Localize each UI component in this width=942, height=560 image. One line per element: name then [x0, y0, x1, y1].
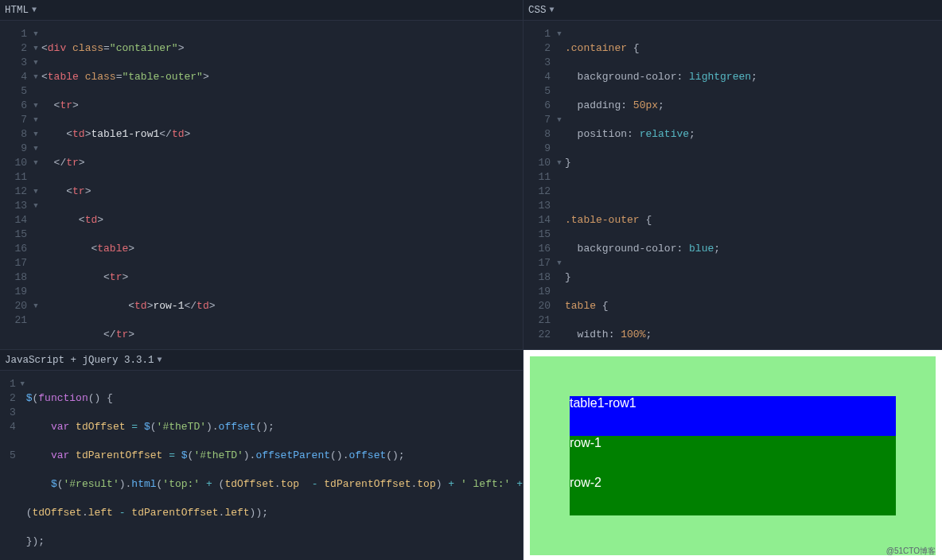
css-editor-panel: CSS ▼ 1234567891011121314151617181920212…: [524, 0, 942, 350]
css-fold-gutter: ▼▼▼▼: [554, 21, 565, 349]
preview-inner-row2: row-2: [570, 476, 896, 515]
html-editor-panel: HTML ▼ 123456789101112131415161718192021…: [0, 0, 524, 350]
html-editor[interactable]: 123456789101112131415161718192021 ▼▼▼▼▼▼…: [0, 21, 523, 349]
js-editor-panel: JavaScript + jQuery 3.3.1 ▼ 12345 ▼ $(fu…: [0, 350, 524, 560]
css-line-gutter: 12345678910111213141516171819202122: [524, 21, 554, 349]
css-code-area[interactable]: .container { background-color: lightgree…: [565, 21, 942, 349]
js-panel-header[interactable]: JavaScript + jQuery 3.3.1 ▼: [0, 350, 523, 371]
dropdown-icon: ▼: [158, 356, 162, 364]
js-panel-title: JavaScript + jQuery 3.3.1: [5, 355, 154, 366]
dropdown-icon: ▼: [32, 6, 37, 14]
dropdown-icon: ▼: [550, 6, 555, 14]
html-panel-header[interactable]: HTML ▼: [0, 0, 523, 21]
preview-table-outer: table1-row1 row-1 row-2: [570, 396, 896, 515]
html-code-area[interactable]: <div class="container"> <table class="ta…: [41, 21, 523, 349]
html-fold-gutter: ▼▼▼▼▼▼▼▼▼▼▼▼: [30, 21, 41, 349]
preview-table-inner: row-1 row-2: [570, 436, 896, 515]
css-editor[interactable]: 12345678910111213141516171819202122 ▼▼▼▼…: [524, 21, 942, 349]
js-code-area[interactable]: $(function() { var tdOffset = $('#theTD'…: [26, 371, 523, 560]
js-editor[interactable]: 12345 ▼ $(function() { var tdOffset = $(…: [0, 371, 523, 560]
css-panel-title: CSS: [528, 5, 547, 16]
preview-container: table1-row1 row-1 row-2: [530, 356, 936, 555]
html-panel-title: HTML: [5, 5, 29, 16]
html-line-gutter: 123456789101112131415161718192021: [0, 21, 30, 349]
js-fold-gutter: ▼: [19, 371, 26, 560]
js-line-gutter: 12345: [0, 371, 19, 560]
css-panel-header[interactable]: CSS ▼: [524, 0, 942, 21]
preview-inner-row1: row-1: [570, 436, 896, 476]
preview-panel: table1-row1 row-1 row-2 top:150 left:50 …: [524, 350, 942, 560]
preview-outer-row1: table1-row1: [570, 396, 896, 436]
watermark: @51CTO博客: [886, 546, 936, 557]
